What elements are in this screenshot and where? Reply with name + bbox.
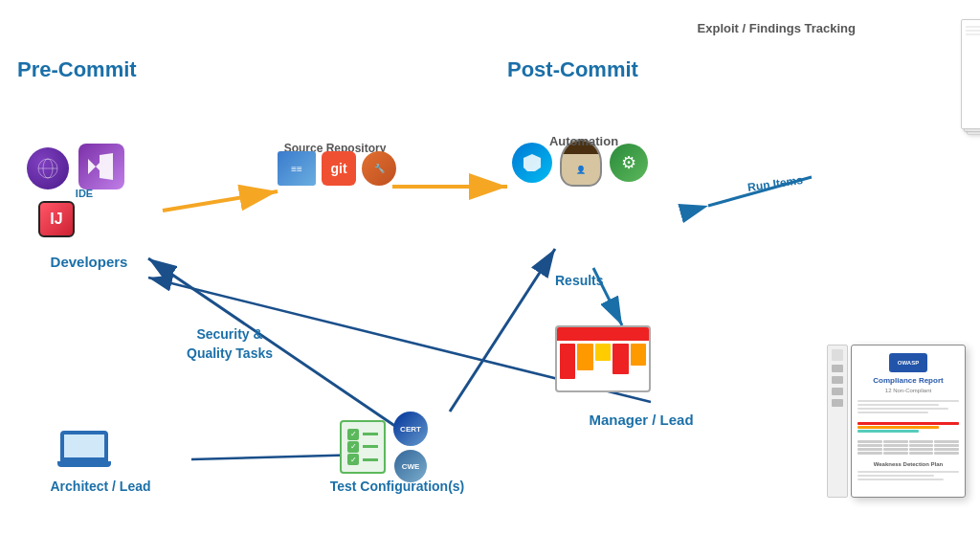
security-quality-label: Security &Quality Tasks [187, 325, 273, 363]
intellij-icon: IJ [38, 201, 75, 237]
tool-icon: ⚙ [610, 144, 648, 182]
checklist-icon: ✓ ✓ ✓ [340, 420, 386, 474]
arrow-testconfig-to-automation [450, 249, 555, 412]
cwe-badge: CWE [394, 450, 427, 482]
run-items-label: Run Items [746, 173, 803, 194]
source-repo-icons: ≡≡ git 🔧 [278, 151, 396, 186]
manager-lead-label: Manager / Lead [546, 412, 737, 428]
cert-badge: CERT [393, 412, 428, 446]
arrow-architect-to-testconfig [191, 455, 364, 459]
git-icon: git [322, 151, 356, 186]
editor-icon: ≡≡ [278, 151, 316, 186]
postcommit-title: Post-Commit [507, 57, 638, 82]
diagram-container: Pre-Commit Post-Commit Exploit / Finding… [0, 0, 980, 557]
automation-label: Automation [507, 134, 660, 148]
compliance-report: OWASP Compliance Report 12 Non-Compliant [851, 345, 966, 498]
results-label: Results [555, 273, 604, 288]
test-config-label: Test Configuration(s) [325, 479, 469, 494]
architect-icon-group [57, 431, 111, 473]
ide-label: IDE [27, 188, 142, 199]
exploit-findings-label: Exploit / Findings Tracking [698, 21, 856, 37]
dashboard-icon [555, 325, 651, 392]
svg-marker-8 [88, 153, 113, 180]
visual-studio-icon [78, 144, 124, 189]
puppet-icon: 🔧 [362, 151, 396, 186]
precommit-title: Pre-Commit [17, 57, 137, 82]
developers-label: Developers [27, 254, 151, 270]
azure-devops-icon [512, 143, 552, 183]
intellij-group: IJ [38, 201, 75, 237]
ide-icons-group [27, 144, 124, 189]
arrow-dev-to-repo [163, 191, 278, 211]
sphere-icon [27, 147, 69, 189]
architect-lead-label: Architect / Lead [29, 479, 172, 494]
test-config-icons: ✓ ✓ ✓ CERT CWE [340, 412, 428, 482]
